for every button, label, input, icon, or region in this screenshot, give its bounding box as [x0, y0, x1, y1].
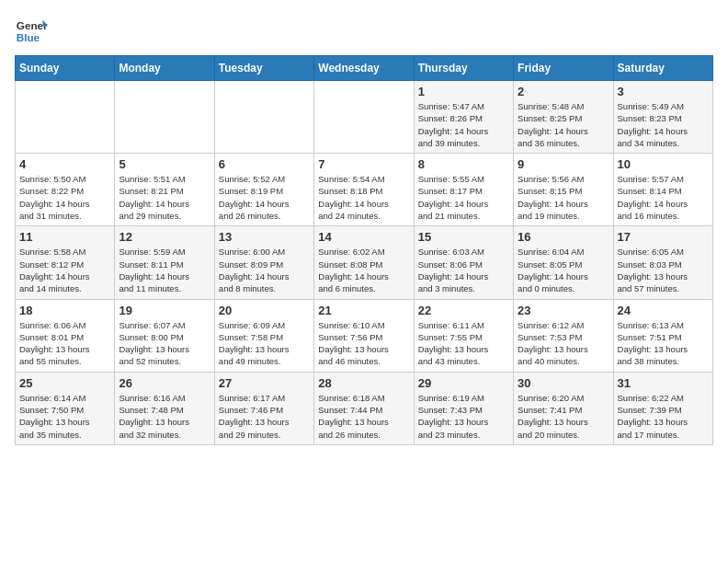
calendar-cell: 15Sunrise: 6:03 AM Sunset: 8:06 PM Dayli… [414, 226, 513, 299]
calendar-cell: 11Sunrise: 5:58 AM Sunset: 8:12 PM Dayli… [16, 226, 115, 299]
day-number: 4 [19, 157, 110, 171]
day-number: 27 [219, 376, 310, 390]
day-info: Sunrise: 6:16 AM Sunset: 7:48 PM Dayligh… [119, 392, 210, 441]
calendar-cell: 2Sunrise: 5:48 AM Sunset: 8:25 PM Daylig… [514, 81, 613, 154]
day-number: 1 [418, 85, 509, 98]
calendar-cell: 9Sunrise: 5:56 AM Sunset: 8:15 PM Daylig… [514, 154, 613, 226]
day-info: Sunrise: 5:51 AM Sunset: 8:21 PM Dayligh… [119, 173, 210, 222]
day-number: 12 [119, 230, 210, 244]
day-number: 2 [518, 85, 609, 98]
week-row-3: 11Sunrise: 5:58 AM Sunset: 8:12 PM Dayli… [16, 226, 713, 299]
day-info: Sunrise: 6:03 AM Sunset: 8:06 PM Dayligh… [418, 246, 509, 294]
day-info: Sunrise: 6:14 AM Sunset: 7:50 PM Dayligh… [19, 392, 110, 441]
calendar-cell: 20Sunrise: 6:09 AM Sunset: 7:58 PM Dayli… [214, 299, 313, 372]
day-number: 17 [618, 230, 709, 244]
day-info: Sunrise: 5:54 AM Sunset: 8:18 PM Dayligh… [318, 173, 409, 222]
day-info: Sunrise: 5:47 AM Sunset: 8:26 PM Dayligh… [418, 100, 509, 149]
day-info: Sunrise: 6:02 AM Sunset: 8:08 PM Dayligh… [318, 246, 409, 294]
day-number: 28 [318, 376, 409, 390]
calendar-cell: 3Sunrise: 5:49 AM Sunset: 8:23 PM Daylig… [613, 81, 712, 154]
calendar-cell [314, 81, 414, 154]
calendar-cell: 26Sunrise: 6:16 AM Sunset: 7:48 PM Dayli… [115, 372, 214, 444]
day-number: 9 [518, 157, 609, 171]
day-info: Sunrise: 6:17 AM Sunset: 7:46 PM Dayligh… [219, 392, 310, 441]
calendar-cell: 16Sunrise: 6:04 AM Sunset: 8:05 PM Dayli… [514, 226, 613, 299]
weekday-header-wednesday: Wednesday [314, 56, 414, 81]
day-info: Sunrise: 5:59 AM Sunset: 8:11 PM Dayligh… [119, 246, 210, 294]
day-number: 16 [518, 230, 609, 244]
calendar-cell [115, 81, 214, 154]
calendar-cell: 18Sunrise: 6:06 AM Sunset: 8:01 PM Dayli… [16, 299, 115, 372]
calendar-cell: 30Sunrise: 6:20 AM Sunset: 7:41 PM Dayli… [514, 372, 613, 444]
calendar-cell: 5Sunrise: 5:51 AM Sunset: 8:21 PM Daylig… [115, 154, 214, 226]
day-info: Sunrise: 5:52 AM Sunset: 8:19 PM Dayligh… [219, 173, 310, 222]
day-info: Sunrise: 6:12 AM Sunset: 7:53 PM Dayligh… [518, 319, 609, 368]
day-info: Sunrise: 5:58 AM Sunset: 8:12 PM Dayligh… [19, 246, 110, 294]
day-number: 20 [219, 304, 310, 317]
day-number: 15 [418, 230, 509, 244]
day-number: 13 [219, 230, 310, 244]
day-info: Sunrise: 6:13 AM Sunset: 7:51 PM Dayligh… [618, 319, 709, 368]
calendar-cell: 22Sunrise: 6:11 AM Sunset: 7:55 PM Dayli… [414, 299, 513, 372]
day-number: 21 [318, 304, 409, 317]
day-number: 25 [19, 376, 110, 390]
calendar-cell: 25Sunrise: 6:14 AM Sunset: 7:50 PM Dayli… [16, 372, 115, 444]
week-row-5: 25Sunrise: 6:14 AM Sunset: 7:50 PM Dayli… [16, 372, 713, 444]
calendar-cell: 31Sunrise: 6:22 AM Sunset: 7:39 PM Dayli… [613, 372, 712, 444]
day-number: 29 [418, 376, 509, 390]
calendar-cell: 10Sunrise: 5:57 AM Sunset: 8:14 PM Dayli… [613, 154, 712, 226]
day-info: Sunrise: 6:20 AM Sunset: 7:41 PM Dayligh… [518, 392, 609, 441]
calendar-cell: 4Sunrise: 5:50 AM Sunset: 8:22 PM Daylig… [16, 154, 115, 226]
header: General Blue [15, 15, 713, 48]
calendar-cell: 21Sunrise: 6:10 AM Sunset: 7:56 PM Dayli… [314, 299, 414, 372]
day-info: Sunrise: 5:56 AM Sunset: 8:15 PM Dayligh… [518, 173, 609, 222]
calendar-cell: 17Sunrise: 6:05 AM Sunset: 8:03 PM Dayli… [613, 226, 712, 299]
day-number: 5 [119, 157, 210, 171]
day-info: Sunrise: 6:09 AM Sunset: 7:58 PM Dayligh… [219, 319, 310, 368]
weekday-header-sunday: Sunday [16, 56, 115, 81]
day-number: 14 [318, 230, 409, 244]
calendar-cell: 23Sunrise: 6:12 AM Sunset: 7:53 PM Dayli… [514, 299, 613, 372]
week-row-4: 18Sunrise: 6:06 AM Sunset: 8:01 PM Dayli… [16, 299, 713, 372]
day-info: Sunrise: 5:57 AM Sunset: 8:14 PM Dayligh… [618, 173, 709, 222]
calendar-table: SundayMondayTuesdayWednesdayThursdayFrid… [15, 55, 713, 445]
day-number: 11 [19, 230, 110, 244]
calendar-cell: 27Sunrise: 6:17 AM Sunset: 7:46 PM Dayli… [214, 372, 313, 444]
calendar-cell: 1Sunrise: 5:47 AM Sunset: 8:26 PM Daylig… [414, 81, 513, 154]
calendar-cell: 28Sunrise: 6:18 AM Sunset: 7:44 PM Dayli… [314, 372, 414, 444]
week-row-2: 4Sunrise: 5:50 AM Sunset: 8:22 PM Daylig… [16, 154, 713, 226]
day-number: 6 [219, 157, 310, 171]
day-info: Sunrise: 6:00 AM Sunset: 8:09 PM Dayligh… [219, 246, 310, 294]
svg-text:Blue: Blue [17, 31, 40, 43]
weekday-header-saturday: Saturday [613, 56, 712, 81]
day-number: 7 [318, 157, 409, 171]
calendar-cell [214, 81, 313, 154]
day-info: Sunrise: 6:19 AM Sunset: 7:43 PM Dayligh… [418, 392, 509, 441]
day-info: Sunrise: 5:55 AM Sunset: 8:17 PM Dayligh… [418, 173, 509, 222]
calendar-cell: 24Sunrise: 6:13 AM Sunset: 7:51 PM Dayli… [613, 299, 712, 372]
day-info: Sunrise: 5:48 AM Sunset: 8:25 PM Dayligh… [518, 100, 609, 149]
day-number: 8 [418, 157, 509, 171]
day-number: 31 [618, 376, 709, 390]
day-number: 26 [119, 376, 210, 390]
calendar-cell: 12Sunrise: 5:59 AM Sunset: 8:11 PM Dayli… [115, 226, 214, 299]
day-number: 24 [618, 304, 709, 317]
weekday-header-tuesday: Tuesday [214, 56, 313, 81]
day-info: Sunrise: 6:05 AM Sunset: 8:03 PM Dayligh… [618, 246, 709, 294]
logo: General Blue [15, 15, 48, 48]
calendar-cell: 7Sunrise: 5:54 AM Sunset: 8:18 PM Daylig… [314, 154, 414, 226]
weekday-header-thursday: Thursday [414, 56, 513, 81]
calendar-cell [16, 81, 115, 154]
day-info: Sunrise: 6:11 AM Sunset: 7:55 PM Dayligh… [418, 319, 509, 368]
day-number: 23 [518, 304, 609, 317]
logo-icon: General Blue [15, 15, 48, 48]
day-number: 30 [518, 376, 609, 390]
day-info: Sunrise: 6:06 AM Sunset: 8:01 PM Dayligh… [19, 319, 110, 368]
day-number: 19 [119, 304, 210, 317]
day-number: 18 [19, 304, 110, 317]
calendar-cell: 6Sunrise: 5:52 AM Sunset: 8:19 PM Daylig… [214, 154, 313, 226]
weekday-header-row: SundayMondayTuesdayWednesdayThursdayFrid… [16, 56, 713, 81]
calendar-cell: 14Sunrise: 6:02 AM Sunset: 8:08 PM Dayli… [314, 226, 414, 299]
day-info: Sunrise: 6:04 AM Sunset: 8:05 PM Dayligh… [518, 246, 609, 294]
day-number: 22 [418, 304, 509, 317]
